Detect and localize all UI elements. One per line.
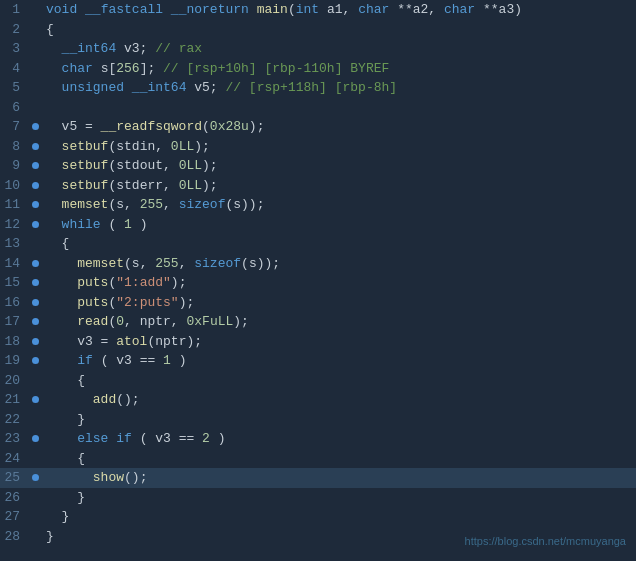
table-row: 12 while ( 1 ) bbox=[0, 215, 636, 235]
code-text: v3 = atol(nptr); bbox=[42, 332, 636, 352]
line-number: 4 bbox=[0, 59, 28, 79]
breakpoint-area[interactable] bbox=[28, 260, 42, 267]
code-text: } bbox=[42, 488, 636, 508]
line-number: 21 bbox=[0, 390, 28, 410]
table-row: 14 memset(s, 255, sizeof(s)); bbox=[0, 254, 636, 274]
breakpoint-dot bbox=[32, 357, 39, 364]
code-text: { bbox=[42, 371, 636, 391]
code-text: else if ( v3 == 2 ) bbox=[42, 429, 636, 449]
code-text: { bbox=[42, 20, 636, 40]
breakpoint-area[interactable] bbox=[28, 357, 42, 364]
table-row: 3 __int64 v3; // rax bbox=[0, 39, 636, 59]
table-row: 7 v5 = __readfsqword(0x28u); bbox=[0, 117, 636, 137]
table-row: 25 show(); bbox=[0, 468, 636, 488]
breakpoint-area[interactable] bbox=[28, 279, 42, 286]
code-container: 1void __fastcall __noreturn main(int a1,… bbox=[0, 0, 636, 561]
table-row: 17 read(0, nptr, 0xFuLL); bbox=[0, 312, 636, 332]
table-row: 8 setbuf(stdin, 0LL); bbox=[0, 137, 636, 157]
breakpoint-area[interactable] bbox=[28, 299, 42, 306]
line-number: 19 bbox=[0, 351, 28, 371]
line-number: 16 bbox=[0, 293, 28, 313]
breakpoint-area[interactable] bbox=[28, 162, 42, 169]
code-text: v5 = __readfsqword(0x28u); bbox=[42, 117, 636, 137]
breakpoint-dot bbox=[32, 299, 39, 306]
breakpoint-dot bbox=[32, 162, 39, 169]
breakpoint-area[interactable] bbox=[28, 201, 42, 208]
table-row: 1void __fastcall __noreturn main(int a1,… bbox=[0, 0, 636, 20]
breakpoint-dot bbox=[32, 474, 39, 481]
line-number: 23 bbox=[0, 429, 28, 449]
breakpoint-dot bbox=[32, 182, 39, 189]
line-number: 11 bbox=[0, 195, 28, 215]
breakpoint-dot bbox=[32, 143, 39, 150]
breakpoint-area[interactable] bbox=[28, 396, 42, 403]
table-row: 11 memset(s, 255, sizeof(s)); bbox=[0, 195, 636, 215]
breakpoint-dot bbox=[32, 260, 39, 267]
code-text: memset(s, 255, sizeof(s)); bbox=[42, 254, 636, 274]
line-number: 10 bbox=[0, 176, 28, 196]
table-row: 20 { bbox=[0, 371, 636, 391]
breakpoint-area[interactable] bbox=[28, 123, 42, 130]
table-row: 16 puts("2:puts"); bbox=[0, 293, 636, 313]
breakpoint-dot bbox=[32, 318, 39, 325]
line-number: 15 bbox=[0, 273, 28, 293]
line-number: 8 bbox=[0, 137, 28, 157]
breakpoint-area[interactable] bbox=[28, 435, 42, 442]
line-number: 14 bbox=[0, 254, 28, 274]
line-number: 26 bbox=[0, 488, 28, 508]
table-row: 24 { bbox=[0, 449, 636, 469]
code-text: puts("2:puts"); bbox=[42, 293, 636, 313]
line-number: 5 bbox=[0, 78, 28, 98]
breakpoint-dot bbox=[32, 435, 39, 442]
table-row: 9 setbuf(stdout, 0LL); bbox=[0, 156, 636, 176]
table-row: 27 } bbox=[0, 507, 636, 527]
breakpoint-area[interactable] bbox=[28, 338, 42, 345]
breakpoint-dot bbox=[32, 396, 39, 403]
line-number: 12 bbox=[0, 215, 28, 235]
code-text: setbuf(stderr, 0LL); bbox=[42, 176, 636, 196]
code-text: __int64 v3; // rax bbox=[42, 39, 636, 59]
line-number: 1 bbox=[0, 0, 28, 20]
code-text: memset(s, 255, sizeof(s)); bbox=[42, 195, 636, 215]
breakpoint-dot bbox=[32, 201, 39, 208]
code-text: unsigned __int64 v5; // [rsp+118h] [rbp-… bbox=[42, 78, 636, 98]
table-row: 6 bbox=[0, 98, 636, 118]
table-row: 23 else if ( v3 == 2 ) bbox=[0, 429, 636, 449]
code-text: if ( v3 == 1 ) bbox=[42, 351, 636, 371]
code-text: } bbox=[42, 410, 636, 430]
table-row: 21 add(); bbox=[0, 390, 636, 410]
breakpoint-dot bbox=[32, 279, 39, 286]
line-number: 3 bbox=[0, 39, 28, 59]
breakpoint-area[interactable] bbox=[28, 221, 42, 228]
line-number: 6 bbox=[0, 98, 28, 118]
code-text: setbuf(stdout, 0LL); bbox=[42, 156, 636, 176]
table-row: 4 char s[256]; // [rsp+10h] [rbp-110h] B… bbox=[0, 59, 636, 79]
code-text: add(); bbox=[42, 390, 636, 410]
table-row: 26 } bbox=[0, 488, 636, 508]
line-number: 7 bbox=[0, 117, 28, 137]
code-text: void __fastcall __noreturn main(int a1, … bbox=[42, 0, 636, 20]
line-number: 24 bbox=[0, 449, 28, 469]
line-number: 13 bbox=[0, 234, 28, 254]
line-number: 20 bbox=[0, 371, 28, 391]
code-text: { bbox=[42, 234, 636, 254]
code-text: while ( 1 ) bbox=[42, 215, 636, 235]
table-row: 10 setbuf(stderr, 0LL); bbox=[0, 176, 636, 196]
code-text: setbuf(stdin, 0LL); bbox=[42, 137, 636, 157]
line-number: 22 bbox=[0, 410, 28, 430]
table-row: 19 if ( v3 == 1 ) bbox=[0, 351, 636, 371]
breakpoint-dot bbox=[32, 338, 39, 345]
code-text: show(); bbox=[42, 468, 636, 488]
line-number: 25 bbox=[0, 468, 28, 488]
breakpoint-dot bbox=[32, 221, 39, 228]
breakpoint-dot bbox=[32, 123, 39, 130]
watermark: https://blog.csdn.net/mcmuyanga bbox=[465, 535, 626, 547]
line-number: 17 bbox=[0, 312, 28, 332]
breakpoint-area[interactable] bbox=[28, 474, 42, 481]
line-number: 2 bbox=[0, 20, 28, 40]
breakpoint-area[interactable] bbox=[28, 182, 42, 189]
breakpoint-area[interactable] bbox=[28, 143, 42, 150]
line-number: 18 bbox=[0, 332, 28, 352]
table-row: 15 puts("1:add"); bbox=[0, 273, 636, 293]
breakpoint-area[interactable] bbox=[28, 318, 42, 325]
